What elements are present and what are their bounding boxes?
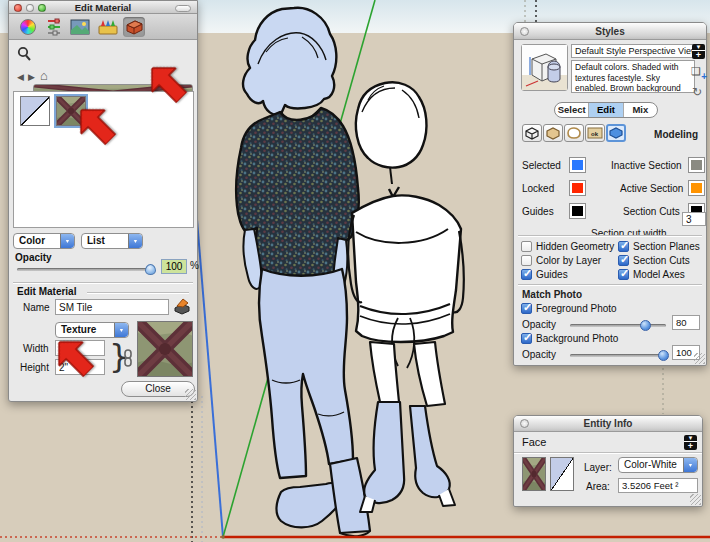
forward-arrow-icon[interactable]: ▶: [28, 72, 35, 82]
entity-info-titlebar[interactable]: Entity Info: [514, 416, 702, 432]
color-picker-toolbar: [9, 14, 197, 40]
checkbox-guides[interactable]: [521, 269, 532, 280]
zoom-window-button[interactable]: [38, 4, 46, 12]
selected-color-label: Selected: [522, 160, 561, 171]
texture-edit-preview[interactable]: [137, 321, 193, 377]
close-window-button[interactable]: [520, 419, 529, 428]
layer-dropdown[interactable]: Color-White ▼: [618, 457, 698, 473]
home-icon[interactable]: ⌂: [40, 68, 48, 83]
svg-text:ok: ok: [591, 131, 599, 137]
dropdown-arrow-icon: ▼: [683, 458, 697, 472]
inactive-section-color-well[interactable]: [688, 157, 705, 173]
name-label: Name: [23, 302, 50, 313]
edge-settings-icon[interactable]: [522, 124, 542, 142]
active-section-color-well[interactable]: [688, 180, 705, 196]
watermark-settings-icon[interactable]: ok: [585, 124, 605, 142]
edit-material-titlebar[interactable]: Edit Material: [9, 1, 197, 14]
area-field[interactable]: [618, 478, 698, 493]
brick-textures-icon[interactable]: [123, 17, 145, 37]
styles-tab-bar: Select Edit Mix: [554, 102, 658, 118]
material-swatch-default[interactable]: [20, 96, 50, 126]
guides-label: Guides: [536, 269, 568, 280]
style-thumbnail[interactable]: [521, 44, 568, 91]
section-cuts-label: Section Cuts: [633, 255, 690, 266]
checkbox-foreground-photo[interactable]: [521, 303, 532, 314]
style-name-field[interactable]: Default Style Perspective View: [571, 44, 695, 58]
width-label: Width: [23, 343, 49, 354]
tab-select[interactable]: Select: [555, 103, 589, 117]
details-toggle-icon[interactable]: ▼+: [684, 435, 697, 450]
secondary-pane-toggle-icon[interactable]: ▼+: [692, 44, 705, 59]
checkbox-section-planes[interactable]: [618, 241, 629, 252]
section-cut-width-label: Section cut width: [591, 228, 667, 239]
tab-edit[interactable]: Edit: [589, 103, 623, 117]
fg-opacity-thumb[interactable]: [640, 320, 651, 331]
color-dropdown[interactable]: Color ▼: [13, 233, 75, 249]
color-sliders-icon[interactable]: [43, 17, 65, 37]
style-description-field[interactable]: Default colors. Shaded with textures fac…: [571, 60, 695, 93]
opacity-slider-thumb[interactable]: [145, 264, 156, 275]
resize-grip[interactable]: [694, 353, 705, 364]
face-settings-icon[interactable]: [543, 124, 563, 142]
resize-grip[interactable]: [690, 494, 701, 505]
bg-opacity-slider[interactable]: [570, 354, 666, 357]
update-style-icon[interactable]: ↻: [692, 85, 702, 99]
back-arrow-icon[interactable]: ◀: [17, 72, 24, 82]
checkbox-color-by-layer[interactable]: [521, 255, 532, 266]
checkbox-section-cuts[interactable]: [618, 255, 629, 266]
opacity-slider[interactable]: [17, 268, 155, 271]
resize-grip[interactable]: [185, 389, 196, 400]
styles-panel: Styles Default Style Perspective View De…: [513, 22, 707, 366]
background-photo-label: Background Photo: [536, 333, 618, 344]
close-window-button[interactable]: [520, 27, 529, 36]
entity-info-panel: Entity Info Face ▼+ Layer: Color-White ▼…: [513, 415, 703, 507]
checkbox-hidden-geometry[interactable]: [521, 241, 532, 252]
color-wheel-icon[interactable]: [17, 17, 39, 37]
guides-color-well[interactable]: [569, 203, 586, 219]
selected-color-well[interactable]: [569, 157, 586, 173]
layer-label: Layer:: [584, 462, 612, 473]
crayons-icon[interactable]: [97, 17, 119, 37]
close-window-button[interactable]: [14, 4, 22, 12]
axes-origin: [221, 535, 225, 539]
color-by-layer-label: Color by Layer: [536, 255, 601, 266]
modeling-settings-icon[interactable]: [606, 124, 626, 142]
image-palettes-icon[interactable]: [69, 17, 91, 37]
new-style-icon[interactable]: ❏: [691, 65, 705, 79]
tab-mix[interactable]: Mix: [624, 103, 657, 117]
opacity-label: Opacity: [15, 252, 52, 263]
fg-opacity-slider[interactable]: [570, 324, 666, 327]
bg-opacity-label: Opacity: [522, 349, 556, 360]
back-material-swatch[interactable]: [550, 457, 574, 491]
front-material-swatch[interactable]: [522, 457, 546, 491]
locked-color-well[interactable]: [569, 180, 586, 196]
paint-texture-icon[interactable]: [173, 298, 191, 315]
background-settings-icon[interactable]: [564, 124, 584, 142]
hidden-geometry-label: Hidden Geometry: [536, 241, 614, 252]
checkbox-background-photo[interactable]: [521, 333, 532, 344]
fg-opacity-label: Opacity: [522, 319, 556, 330]
modeling-section-label: Modeling: [654, 129, 698, 140]
dropdown-arrow-icon: ▼: [60, 234, 74, 248]
bg-opacity-thumb[interactable]: [658, 350, 669, 361]
section-cuts-color-label: Section Cuts: [623, 206, 680, 217]
active-section-color-label: Active Section: [620, 183, 683, 194]
fg-opacity-field[interactable]: [672, 315, 700, 330]
inactive-section-color-label: Inactive Section: [611, 160, 682, 171]
material-name-field[interactable]: [55, 299, 169, 315]
model-axes-label: Model Axes: [633, 269, 685, 280]
close-button[interactable]: Close: [121, 381, 195, 397]
aspect-lock-chain-icon[interactable]: [123, 349, 133, 371]
opacity-unit: %: [190, 260, 199, 271]
styles-titlebar[interactable]: Styles: [514, 23, 706, 40]
opacity-value-field[interactable]: 100: [161, 259, 187, 274]
checkbox-model-axes[interactable]: [618, 269, 629, 280]
toolbar-toggle-pill[interactable]: [175, 5, 191, 12]
female-figure: [348, 82, 463, 512]
section-cut-width-field[interactable]: [682, 212, 706, 226]
dropdown-arrow-icon: ▼: [114, 323, 128, 337]
minimize-window-button[interactable]: [26, 4, 34, 12]
guides-color-label: Guides: [522, 206, 554, 217]
list-dropdown[interactable]: List ▼: [81, 233, 143, 249]
sketchup-window: Edit Material ◀ ▶: [0, 0, 710, 542]
